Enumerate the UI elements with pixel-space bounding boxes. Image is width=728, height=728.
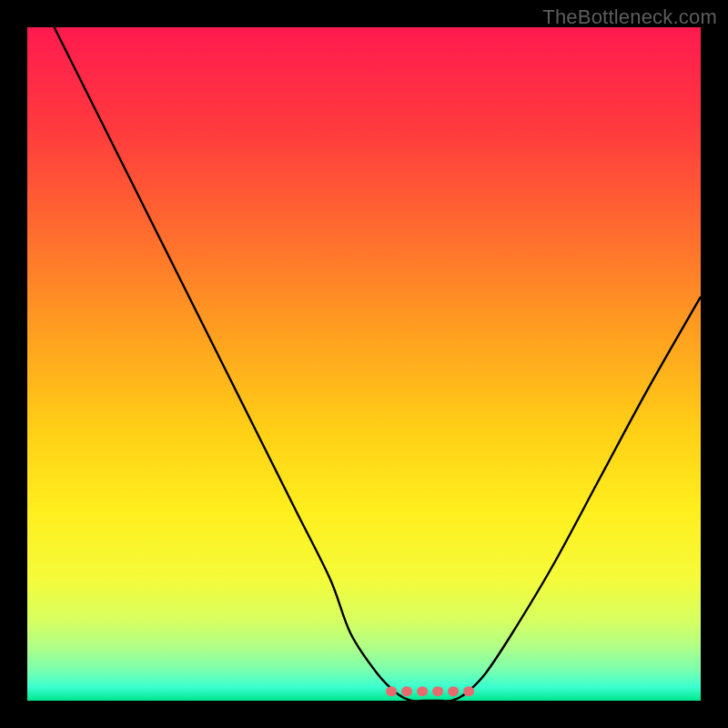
chart-frame: TheBottleneck.com (0, 0, 728, 728)
watermark-text: TheBottleneck.com (542, 5, 717, 29)
plot-area (27, 27, 701, 701)
bottleneck-curve (55, 27, 701, 701)
curve-layer (27, 27, 701, 701)
